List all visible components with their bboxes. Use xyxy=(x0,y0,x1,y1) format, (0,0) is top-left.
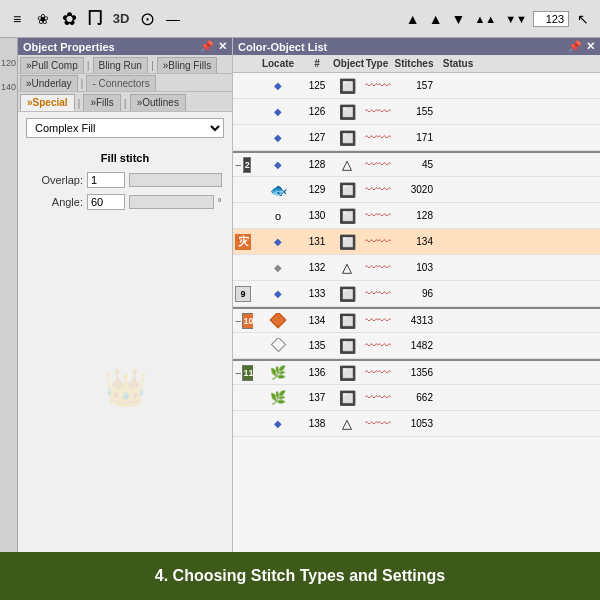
row-object-icon: 🔲 xyxy=(331,77,363,95)
row-type-icon: 〰〰 xyxy=(363,77,391,94)
stitch-number-input[interactable]: 123 xyxy=(533,11,569,27)
pin-icon[interactable]: 📌 xyxy=(200,40,214,53)
row-type-icon: 〰〰 xyxy=(363,285,391,302)
stitch-icon[interactable]: ✿ xyxy=(58,8,80,30)
ruler-mark-140: 140 xyxy=(1,82,16,92)
row-group-indicator xyxy=(233,267,253,269)
menu-icon[interactable]: ≡ xyxy=(6,8,28,30)
tab-connectors[interactable]: - Connectors xyxy=(86,75,155,91)
row-stitches: 1482 xyxy=(391,339,437,352)
row-number: 131 xyxy=(303,235,331,248)
group-badge-11: 11 xyxy=(242,365,253,381)
top-toolbar: ≡ ❀ ✿ 冂 3D ⊙ — ▲ ▲ ▼ ▲▲ ▼▼ 123 ↖ xyxy=(0,0,600,38)
header-stitches: Stitches xyxy=(391,57,437,70)
header-group xyxy=(233,57,253,70)
row-stitches: 662 xyxy=(391,391,437,404)
row-stitches: 3020 xyxy=(391,183,437,196)
header-locate: Locate xyxy=(253,57,303,70)
frame-icon[interactable]: 冂 xyxy=(84,8,106,30)
row-group-indicator: − 11 xyxy=(233,364,253,382)
row-object-icon: 🔲 xyxy=(331,103,363,121)
row-type-icon: 〰〰 xyxy=(363,364,391,381)
row-locate xyxy=(253,338,303,353)
angle-input[interactable] xyxy=(87,194,125,210)
table-row[interactable]: ◆ 127 🔲 〰〰 171 xyxy=(233,125,600,151)
watermark: 👑 xyxy=(18,224,232,552)
table-row[interactable]: ◆ 138 △ 〰〰 1053 xyxy=(233,411,600,437)
row-type-icon: 〰〰 xyxy=(363,129,391,146)
fill-stitch-title: Fill stitch xyxy=(28,152,222,164)
row-group-indicator: − 10 xyxy=(233,312,253,330)
arrow-toolbar: ▲ ▲ ▼ ▲▲ ▼▼ 123 ↖ xyxy=(403,8,594,30)
angle-slider[interactable] xyxy=(129,195,214,209)
tab-outlines[interactable]: »Outlines xyxy=(130,94,186,111)
row-object-icon: △ xyxy=(331,259,363,276)
object-properties-title: Object Properties xyxy=(23,41,115,53)
ruler-mark-120: 120 xyxy=(1,58,16,68)
table-row[interactable]: o 130 🔲 〰〰 128 xyxy=(233,203,600,229)
row-stitches: 171 xyxy=(391,131,437,144)
row-number: 133 xyxy=(303,287,331,300)
fill-stitch-section: Fill stitch Overlap: Angle: ° xyxy=(18,144,232,224)
arrow-up2-btn[interactable]: ▲ xyxy=(426,10,446,28)
header-object: Object xyxy=(331,57,363,70)
circle-icon[interactable]: ⊙ xyxy=(136,8,158,30)
row-number: 125 xyxy=(303,79,331,92)
row-locate: ◆ xyxy=(253,79,303,92)
arrow-up-btn[interactable]: ▲ xyxy=(403,10,423,28)
col-panel-controls: 📌 ✕ xyxy=(568,40,595,53)
row-type-icon: 〰〰 xyxy=(363,259,391,276)
table-row[interactable]: 灾 ◆ 131 🔲 〰〰 134 xyxy=(233,229,600,255)
table-row[interactable]: ◆ 125 🔲 〰〰 157 xyxy=(233,73,600,99)
row-object-icon: 🔲 xyxy=(331,337,363,355)
row-stitches: 155 xyxy=(391,105,437,118)
table-row[interactable]: ◆ 132 △ 〰〰 103 xyxy=(233,255,600,281)
row-status xyxy=(437,423,479,425)
row-status xyxy=(437,164,479,166)
tab-bling-fills[interactable]: »Bling Fills xyxy=(157,57,217,73)
row-locate: ◆ xyxy=(253,105,303,118)
table-row[interactable]: 🐟 129 🔲 〰〰 3020 xyxy=(233,177,600,203)
angle-row: Angle: ° xyxy=(28,194,222,210)
table-row[interactable]: 🌿 137 🔲 〰〰 662 xyxy=(233,385,600,411)
row-stitches: 157 xyxy=(391,79,437,92)
overlap-label: Overlap: xyxy=(28,174,83,186)
group-badge: 2 xyxy=(243,157,251,173)
row-group-indicator xyxy=(233,215,253,217)
row-group-indicator xyxy=(233,345,253,347)
table-row[interactable]: ◆ 126 🔲 〰〰 155 xyxy=(233,99,600,125)
close-icon[interactable]: ✕ xyxy=(218,40,227,53)
row-object-icon: 🔲 xyxy=(331,389,363,407)
tab-underlay[interactable]: »Underlay xyxy=(20,75,78,91)
col-pin-icon[interactable]: 📌 xyxy=(568,40,582,53)
line-icon[interactable]: — xyxy=(162,8,184,30)
row-number: 132 xyxy=(303,261,331,274)
tab-pull-comp[interactable]: »Pull Comp xyxy=(20,57,84,73)
main-area: 120 140 Object Properties 📌 ✕ »Pull Comp… xyxy=(0,38,600,552)
table-row[interactable]: − 11 🌿 136 🔲 〰〰 1356 xyxy=(233,359,600,385)
row-stitches: 45 xyxy=(391,158,437,171)
overlap-input[interactable] xyxy=(87,172,125,188)
table-row[interactable]: 135 🔲 〰〰 1482 xyxy=(233,333,600,359)
table-row[interactable]: − 10 134 🔲 〰〰 4313 xyxy=(233,307,600,333)
row-locate xyxy=(253,313,303,329)
tabs-row-1b: »Underlay | - Connectors xyxy=(18,74,232,92)
table-row[interactable]: 9 ◆ 133 🔲 〰〰 96 xyxy=(233,281,600,307)
table-row[interactable]: − 2 ◆ 128 △ 〰〰 45 xyxy=(233,151,600,177)
overlap-slider[interactable] xyxy=(129,173,222,187)
row-number: 130 xyxy=(303,209,331,222)
arrow-double-down-btn[interactable]: ▼▼ xyxy=(502,12,530,26)
flower-icon[interactable]: ❀ xyxy=(32,8,54,30)
row-group-indicator xyxy=(233,423,253,425)
complex-fill-dropdown[interactable]: Complex Fill xyxy=(26,118,224,138)
row-object-icon: 🔲 xyxy=(331,207,363,225)
col-close-icon[interactable]: ✕ xyxy=(586,40,595,53)
row-group-indicator xyxy=(233,397,253,399)
tab-special[interactable]: »Special xyxy=(20,94,75,111)
row-group-indicator xyxy=(233,189,253,191)
tab-fills[interactable]: »Fills xyxy=(83,94,120,111)
arrow-down-btn[interactable]: ▼ xyxy=(449,10,469,28)
3d-button[interactable]: 3D xyxy=(110,8,132,30)
arrow-double-up-btn[interactable]: ▲▲ xyxy=(471,12,499,26)
tab-bling-run[interactable]: Bling Run xyxy=(93,57,148,73)
